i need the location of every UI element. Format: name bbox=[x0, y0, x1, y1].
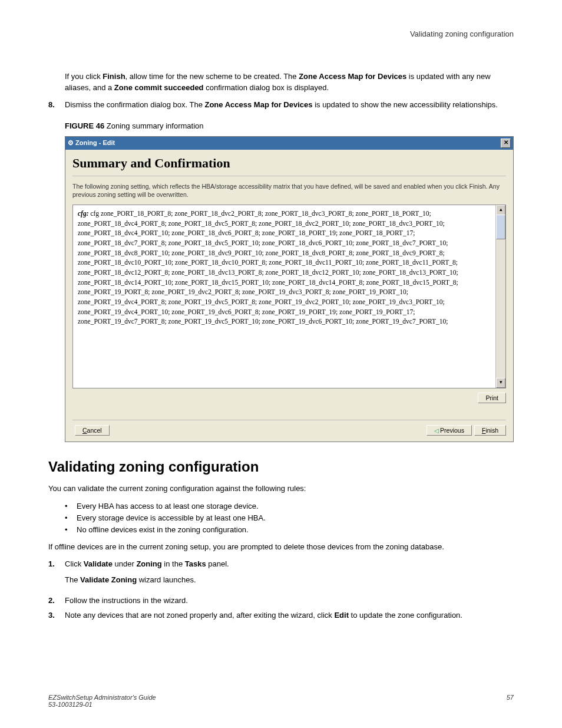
dialog-note: The following zoning setting, which refl… bbox=[72, 182, 506, 199]
list-item: •Every storage device is accessible by a… bbox=[65, 512, 514, 524]
text: in the bbox=[162, 559, 185, 568]
list-item: •Every HBA has access to at least one st… bbox=[65, 500, 514, 512]
step-3: 3. Note any devices that are not zoned p… bbox=[48, 610, 514, 621]
chevron-left-icon: ◁ bbox=[434, 427, 439, 434]
dialog-titlebar: ⚙ Zoning - Edit ✕ bbox=[65, 137, 513, 150]
text: , allow time for the new scheme to be cr… bbox=[125, 72, 299, 81]
finish-button[interactable]: Finish bbox=[474, 425, 506, 436]
figure-label: FIGURE 46 bbox=[65, 121, 104, 130]
text: Every HBA has access to at least one sto… bbox=[77, 500, 259, 512]
bold-commit: Zone commit succeeded bbox=[114, 83, 204, 92]
step-number: 1. bbox=[48, 559, 65, 592]
text: The bbox=[65, 575, 80, 584]
page-number: 57 bbox=[507, 694, 514, 708]
zoning-dialog: ⚙ Zoning - Edit ✕ Summary and Confirmati… bbox=[65, 136, 514, 442]
text: wizard launches. bbox=[137, 575, 196, 584]
scroll-down-icon[interactable]: ▾ bbox=[496, 378, 505, 388]
cancel-button[interactable]: Cancel bbox=[75, 425, 110, 436]
step-2: 2. Follow the instructions in the wizard… bbox=[48, 595, 514, 607]
text: Note any devices that are not zoned prop… bbox=[65, 611, 334, 620]
text: under bbox=[113, 559, 136, 568]
validate-intro: You can validate the current zoning conf… bbox=[48, 483, 514, 495]
step-1: 1. Click Validate under Zoning in the Ta… bbox=[48, 559, 514, 592]
dialog-title: Zoning - Edit bbox=[75, 139, 115, 146]
gear-icon: ⚙ Zoning - Edit bbox=[68, 139, 115, 147]
cfg-body: cfg zone_PORT_18_PORT_8; zone_PORT_18_dv… bbox=[78, 210, 458, 325]
text: Follow the instructions in the wizard. bbox=[65, 595, 514, 607]
dialog-heading: Summary and Confirmation bbox=[72, 156, 506, 171]
config-textbox[interactable]: cfg: cfg zone_PORT_18_PORT_8; zone_PORT_… bbox=[72, 205, 506, 388]
footer-docnum: 53-1003129-01 bbox=[48, 701, 156, 708]
bold: Validate bbox=[84, 559, 113, 568]
text: panel. bbox=[206, 559, 229, 568]
running-header: Validating zoning configuration bbox=[48, 29, 514, 38]
divider bbox=[72, 176, 506, 176]
footer-title: EZSwitchSetup Administrator's Guide bbox=[48, 694, 156, 701]
list-item: •No offline devices exist in the zoning … bbox=[65, 524, 514, 536]
text: Every storage device is accessible by at… bbox=[77, 512, 266, 524]
text: is updated to show the new accessibility… bbox=[313, 100, 498, 109]
bold: Zoning bbox=[136, 559, 161, 568]
step-number: 8. bbox=[48, 100, 65, 111]
previous-button[interactable]: ◁Previous bbox=[427, 425, 472, 436]
bold: Edit bbox=[334, 611, 349, 620]
step-8: 8. Dismiss the confirmation dialog box. … bbox=[48, 100, 514, 111]
text: confirmation dialog box is displayed. bbox=[204, 83, 329, 92]
bold-zone-map: Zone Access Map for Devices bbox=[299, 72, 406, 81]
step-number: 2. bbox=[48, 595, 65, 607]
previous-label: Previous bbox=[440, 427, 464, 434]
scroll-up-icon[interactable]: ▴ bbox=[496, 205, 505, 215]
text: Dismiss the confirmation dialog box. The bbox=[65, 100, 204, 109]
figure-title: Zoning summary information bbox=[104, 121, 203, 130]
print-button[interactable]: Print bbox=[478, 393, 506, 403]
text: If you click bbox=[65, 72, 103, 81]
bold: Validate Zoning bbox=[80, 575, 137, 584]
text: to update the zone configuration. bbox=[349, 611, 462, 620]
paragraph-finish: If you click Finish, allow time for the … bbox=[65, 71, 514, 94]
step-number: 3. bbox=[48, 610, 65, 621]
page-footer: EZSwitchSetup Administrator's Guide 53-1… bbox=[48, 694, 514, 708]
validate-rules-list: •Every HBA has access to at least one st… bbox=[65, 500, 514, 536]
text: Click bbox=[65, 559, 84, 568]
scroll-thumb[interactable] bbox=[496, 215, 505, 239]
bold-zone-map: Zone Access Map for Devices bbox=[204, 100, 312, 109]
figure-caption: FIGURE 46 Zoning summary information bbox=[65, 121, 514, 130]
close-icon[interactable]: ✕ bbox=[501, 139, 511, 148]
text: No offline devices exist in the zoning c… bbox=[77, 524, 249, 536]
scrollbar[interactable]: ▴ ▾ bbox=[495, 205, 505, 388]
offline-note: If offline devices are in the current zo… bbox=[48, 542, 514, 553]
bold-finish: Finish bbox=[103, 72, 125, 81]
bold: Tasks bbox=[185, 559, 206, 568]
cfg-label: cfg: bbox=[78, 210, 89, 217]
section-heading: Validating zoning configuration bbox=[48, 459, 514, 475]
